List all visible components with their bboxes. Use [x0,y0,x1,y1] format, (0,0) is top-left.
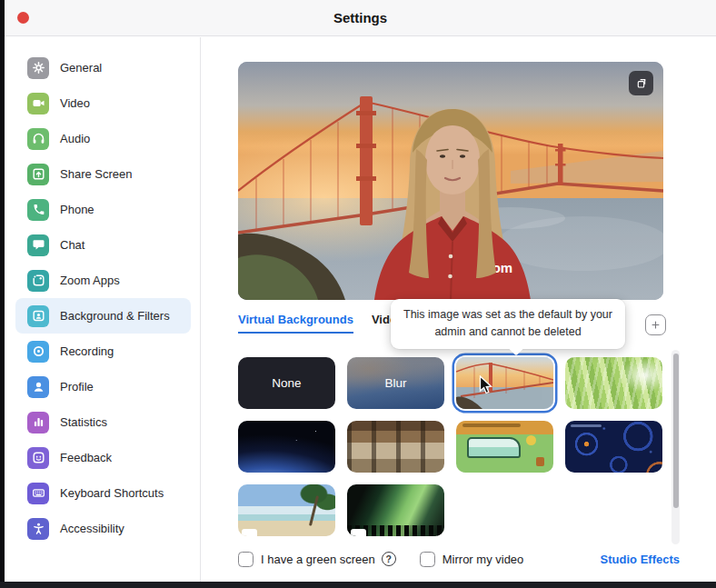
sidebar-item-label: Background & Filters [60,309,170,323]
illustration-chair [536,457,544,466]
sidebar-item-label: Recording [60,344,114,358]
keyboard-icon [27,483,49,504]
settings-sidebar: General Video Audio Share Screen Phone [5,37,200,582]
thumb-corner-badge [351,529,366,536]
background-thumb-earth-from-space[interactable] [238,421,335,473]
thumbnail-scrollbar-thumb[interactable] [673,354,679,508]
background-thumb-beach-palm[interactable] [238,484,335,536]
headphones-icon [27,128,49,150]
record-icon [27,341,49,363]
apps-icon [27,270,49,292]
background-thumb-cafe-interior[interactable] [347,421,444,473]
sidebar-item-general[interactable]: General [15,50,191,85]
video-camera-icon [27,93,49,115]
tooltip-text-line1: This image was set as the default by you… [402,306,614,324]
sidebar-item-label: Profile [60,380,94,394]
illustration-sun [526,435,536,445]
mirror-video-label: Mirror my video [443,553,524,566]
sidebar-item-background-filters[interactable]: Background & Filters [15,298,191,334]
bar-chart-icon [27,412,49,434]
palm-trunk [309,495,319,526]
sidebar-item-label: Video [60,96,90,110]
settings-window: Settings General Video Audio Share Scre [0,0,716,588]
tooltip-arrow [509,340,524,355]
video-preview: zoom [238,62,663,300]
window-title: Settings [5,10,716,25]
screen-edge-bottom [0,582,716,588]
sidebar-item-label: Statistics [60,415,107,429]
studio-effects-link[interactable]: Studio Effects [601,553,680,566]
background-thumbnail-grid: None Blur [238,357,663,536]
background-thumb-night-pattern[interactable] [565,421,662,473]
background-thumb-blur[interactable]: Blur [347,357,444,409]
sidebar-item-label: Feedback [60,451,112,464]
sidebar-item-label: Accessibility [60,522,124,535]
background-thumb-grass[interactable] [565,357,662,409]
admin-default-tooltip: This image was set as the default by you… [391,299,625,349]
sidebar-item-profile[interactable]: Profile [15,369,191,404]
sidebar-item-accessibility[interactable]: Accessibility [15,511,191,546]
background-thumb-camper-van-illustration[interactable] [456,421,553,473]
sidebar-item-recording[interactable]: Recording [15,334,191,369]
footer-controls: I have a green screen ? Mirror my video … [238,549,680,569]
background-thumb-aurora[interactable] [347,484,444,536]
gear-icon [27,57,49,79]
sidebar-item-label: Audio [60,132,90,145]
sidebar-item-keyboard-shortcuts[interactable]: Keyboard Shortcuts [15,475,191,511]
sidebar-item-label: Phone [60,203,94,216]
bridge-thumb-image [456,357,553,409]
sidebar-item-label: Chat [60,238,85,252]
illustration-caption [462,424,521,427]
sidebar-item-phone[interactable]: Phone [15,192,191,227]
tab-virtual-backgrounds[interactable]: Virtual Backgrounds [238,313,353,334]
thumb-corner-badge [242,529,257,536]
camera-flip-button[interactable] [629,71,653,95]
sidebar-item-audio[interactable]: Audio [15,121,191,156]
sidebar-item-label: General [60,61,102,75]
phone-icon [27,199,49,221]
green-screen-label: I have a green screen [261,553,375,566]
sidebar-item-label: Share Screen [60,167,133,181]
share-screen-icon [27,164,49,185]
thumbnail-scrollbar-track[interactable] [671,350,680,544]
camera-flip-icon [634,76,649,91]
help-icon[interactable]: ? [382,552,396,566]
sidebar-item-share-screen[interactable]: Share Screen [15,156,191,192]
illustration-van [467,437,521,458]
sidebar-item-label: Zoom Apps [60,274,120,287]
preview-scene: zoom [238,62,663,300]
thumb-label: None [272,376,301,390]
accessibility-icon [27,518,49,540]
mirror-video-checkbox[interactable] [420,552,435,567]
screen-edge-left [0,0,5,588]
tooltip-text-line2: admin and cannot be deleted [402,324,614,341]
title-bar: Settings [5,0,716,36]
sidebar-divider [200,37,201,582]
sidebar-item-chat[interactable]: Chat [15,227,191,263]
pattern-caption [571,424,602,427]
plus-icon [649,318,662,332]
sidebar-item-statistics[interactable]: Statistics [15,404,191,440]
chat-bubble-icon [27,234,49,256]
add-background-button[interactable] [645,314,666,335]
sidebar-item-zoom-apps[interactable]: Zoom Apps [15,263,191,298]
smiley-icon [27,447,49,469]
sidebar-item-label: Keyboard Shortcuts [60,486,164,500]
sidebar-item-video[interactable]: Video [15,85,191,121]
sidebar-item-feedback[interactable]: Feedback [15,440,191,475]
background-thumb-none[interactable]: None [238,357,335,409]
background-thumb-golden-gate-bridge[interactable] [456,357,553,409]
background-portrait-icon [27,305,49,327]
profile-icon [27,376,49,398]
green-screen-checkbox[interactable] [238,552,254,567]
thumb-label: Blur [384,376,406,390]
